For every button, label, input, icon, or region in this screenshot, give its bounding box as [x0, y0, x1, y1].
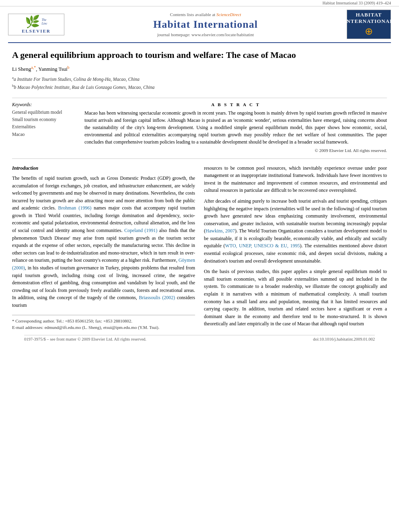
journal-title: Habitat International — [68, 18, 343, 31]
col-right: resources to be common pool resources, w… — [204, 164, 387, 331]
abstract-section: Keywords: General equilibrium model Smal… — [12, 102, 387, 153]
footer-bar: 0197-3975/$ – see front matter © 2009 El… — [24, 335, 375, 341]
intro-para-1: The benefits of rapid tourism growth, su… — [12, 175, 195, 309]
footnote-area: * Corresponding author. Tel.: +853 85061… — [12, 315, 195, 331]
affiliation-a: a Institute For Tourism Studies, Colina … — [14, 77, 140, 82]
body-columns: Introduction The benefits of rapid touri… — [12, 164, 387, 331]
affiliation-b: b Macao Polytechnic Institute, Rua de Lu… — [14, 85, 155, 90]
sciencedirect-link[interactable]: ScienceDirect — [216, 12, 241, 17]
keyword-3: Externalities — [12, 123, 76, 130]
ref-goymen[interactable]: Göymen (2000) — [12, 257, 195, 271]
article-title: A general equilibrium approach to touris… — [12, 49, 387, 61]
elsevier-wordmark: ELSEVIER — [22, 29, 51, 33]
right-para-1: resources to be common pool resources, w… — [204, 164, 387, 194]
abstract-column: A B S T R A C T Macao has been witnessin… — [84, 102, 387, 153]
elsevier-tree-icon: 🌿 — [25, 16, 40, 28]
habitat-logo: HABITATINTERNATIONAL ⊕ — [347, 10, 391, 39]
section-introduction-title: Introduction — [12, 164, 195, 172]
author-yanming-tsui: Yanming Tsui — [38, 66, 67, 72]
right-para-2: After decades of aiming purely to increa… — [204, 197, 387, 265]
footnote-corresponding: * Corresponding author. Tel.: +853 85061… — [12, 318, 195, 325]
col-left: Introduction The benefits of rapid touri… — [12, 164, 195, 331]
habitat-logo-title: HABITATINTERNATIONAL — [344, 12, 393, 24]
affiliations: aa Institute For Tourism Studies, Colina… — [12, 75, 387, 91]
abstract-header: A B S T R A C T — [84, 102, 387, 107]
divider-2 — [12, 158, 387, 159]
ref-hawkins[interactable]: Hawkins, 2007 — [206, 228, 235, 234]
keywords-title: Keywords: — [12, 102, 76, 107]
footer-issn: 0197-3975/$ – see front matter © 2009 El… — [24, 337, 146, 341]
ref-brohman[interactable]: Brohman (1996) — [58, 205, 92, 211]
journal-header-center: Contents lists available at ScienceDirec… — [68, 12, 343, 37]
copyright-line: © 2009 Elsevier Ltd. All rights reserved… — [84, 148, 387, 153]
right-para-3: On the basis of previous studies, this p… — [204, 268, 387, 328]
sciencedirect-line: Contents lists available at ScienceDirec… — [68, 12, 343, 17]
keyword-2: Small tourism economy — [12, 116, 76, 123]
ref-copeland[interactable]: Copeland (1991) — [124, 228, 157, 233]
journal-homepage: journal homepage: www.elsevier.com/locat… — [68, 32, 343, 37]
keywords-column: Keywords: General equilibrium model Smal… — [12, 102, 76, 153]
journal-info-bar: Habitat International 33 (2009) 419–424 — [0, 0, 399, 6]
abstract-text: Macao has been witnessing spectacular ec… — [84, 109, 387, 146]
footnote-email: E-mail addresses: edmund@ift.edu.mo (L. … — [12, 324, 195, 331]
habitat-logo-icon: ⊕ — [365, 26, 373, 37]
authors: Li Shenga,*, Yanming Tsuib — [12, 65, 387, 72]
ref-briassoulis[interactable]: Briassoulis (2002) — [139, 295, 175, 300]
footer-doi: doi:10.1016/j.habitatint.2009.01.002 — [313, 337, 375, 341]
divider-1 — [12, 98, 387, 98]
keyword-1: General equilibrium model — [12, 109, 76, 116]
ref-wto[interactable]: WTO, UNEP, UNESCO & EU, 1995 — [225, 243, 300, 249]
keyword-4: Macao — [12, 131, 76, 138]
elsevier-logo: 🌿 The Linc ELSEVIER — [8, 14, 64, 35]
author-li-sheng: Li Sheng — [12, 66, 31, 72]
